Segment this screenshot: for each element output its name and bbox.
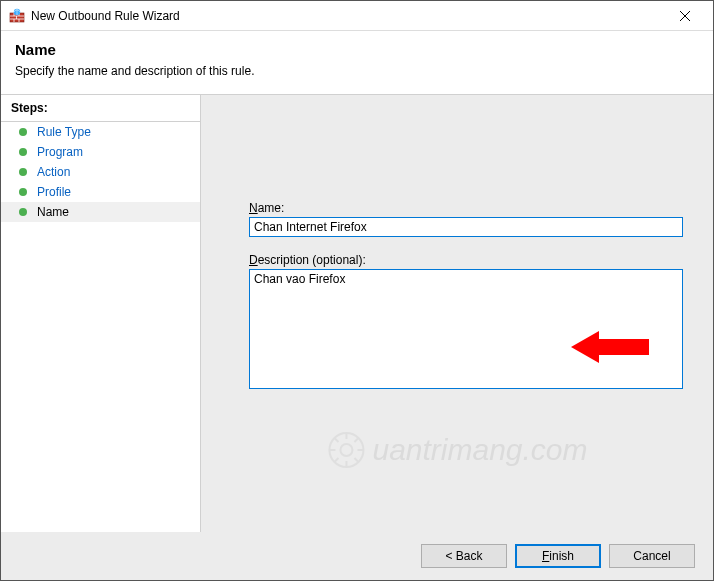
step-bullet-icon <box>19 188 27 196</box>
sidebar-item-label: Name <box>37 205 69 219</box>
form-area: Name: Description (optional): <box>249 201 683 392</box>
wizard-footer: < Back Finish Cancel <box>1 532 713 580</box>
page-title: Name <box>15 41 699 58</box>
page-subtitle: Specify the name and description of this… <box>15 64 699 78</box>
watermark: uantrimang.com <box>326 430 587 470</box>
wizard-window: New Outbound Rule Wizard Name Specify th… <box>0 0 714 581</box>
svg-line-22 <box>334 458 338 462</box>
step-bullet-icon <box>19 208 27 216</box>
svg-point-14 <box>340 444 352 456</box>
back-button[interactable]: < Back <box>421 544 507 568</box>
svg-line-20 <box>354 458 358 462</box>
sidebar-item-action[interactable]: Action <box>1 162 200 182</box>
wizard-body: Steps: Rule Type Program Action Profile … <box>1 94 713 532</box>
steps-sidebar: Steps: Rule Type Program Action Profile … <box>1 95 201 532</box>
sidebar-item-program[interactable]: Program <box>1 142 200 162</box>
sidebar-item-name[interactable]: Name <box>1 202 200 222</box>
svg-point-13 <box>329 433 363 467</box>
main-panel: Name: Description (optional): <box>201 95 713 532</box>
svg-line-21 <box>354 438 358 442</box>
window-title: New Outbound Rule Wizard <box>31 9 665 23</box>
wizard-header: Name Specify the name and description of… <box>1 31 713 94</box>
step-bullet-icon <box>19 168 27 176</box>
step-bullet-icon <box>19 148 27 156</box>
finish-button[interactable]: Finish <box>515 544 601 568</box>
sidebar-item-label: Rule Type <box>37 125 91 139</box>
name-label: Name: <box>249 201 683 215</box>
description-label: Description (optional): <box>249 253 683 267</box>
sidebar-item-profile[interactable]: Profile <box>1 182 200 202</box>
close-icon <box>680 11 690 21</box>
sidebar-item-label: Profile <box>37 185 71 199</box>
step-bullet-icon <box>19 128 27 136</box>
description-input[interactable] <box>249 269 683 389</box>
close-button[interactable] <box>665 2 705 30</box>
sidebar-item-label: Program <box>37 145 83 159</box>
sidebar-item-label: Action <box>37 165 70 179</box>
name-input[interactable] <box>249 217 683 237</box>
firewall-icon <box>9 8 25 24</box>
titlebar: New Outbound Rule Wizard <box>1 1 713 31</box>
steps-header: Steps: <box>1 95 200 122</box>
svg-line-19 <box>334 438 338 442</box>
sidebar-item-rule-type[interactable]: Rule Type <box>1 122 200 142</box>
cancel-button[interactable]: Cancel <box>609 544 695 568</box>
